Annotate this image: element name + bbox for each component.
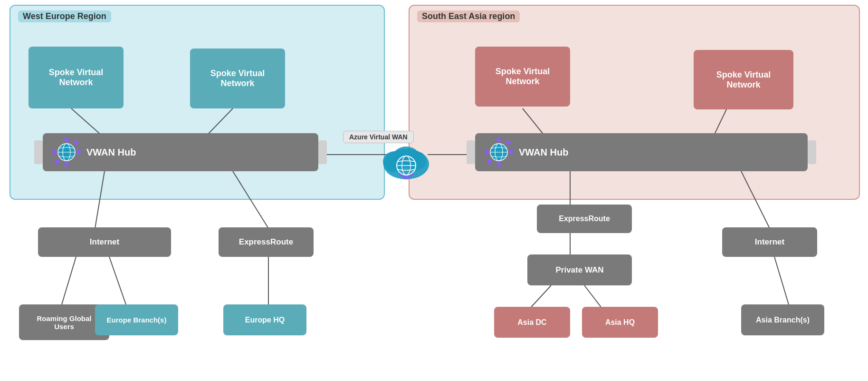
svg-point-36: [496, 162, 501, 166]
west-spoke2: Spoke VirtualNetwork: [190, 49, 285, 108]
azure-wan-label: Azure Virtual WAN: [343, 131, 414, 143]
sea-spoke2: Spoke VirtualNetwork: [694, 50, 793, 109]
svg-point-35: [509, 150, 513, 155]
asia-hq: Asia HQ: [582, 307, 658, 338]
sea-hub-handle-left: [467, 140, 475, 164]
diagram-container: West Europe Region South East Asia regio…: [0, 0, 868, 381]
sea-vwan-hub-icon: [485, 138, 513, 166]
asia-dc: Asia DC: [494, 307, 570, 338]
west-vwan-hub: VWAN Hub: [43, 133, 318, 171]
svg-line-5: [109, 257, 126, 304]
svg-point-38: [506, 140, 511, 145]
sea-label: South East Asia region: [417, 10, 520, 22]
svg-point-39: [487, 159, 492, 164]
west-expressroute: ExpressRoute: [219, 227, 314, 257]
svg-point-23: [55, 159, 59, 164]
west-spoke1: Spoke VirtualNetwork: [29, 47, 124, 108]
hub-handle-right: [318, 140, 327, 164]
svg-point-20: [64, 162, 69, 166]
sea-vwan-hub: VWAN Hub: [475, 133, 808, 171]
svg-point-22: [74, 140, 78, 145]
west-europe-branch: Europe Branch(s): [95, 304, 178, 335]
svg-point-37: [485, 150, 489, 155]
west-internet: Internet: [38, 227, 171, 257]
asia-branch: Asia Branch(s): [741, 304, 824, 335]
hub-handle-left: [34, 140, 43, 164]
azure-cloud-icon: [380, 136, 432, 188]
sea-hub-handle-right: [808, 140, 816, 164]
svg-line-17: [774, 257, 789, 304]
svg-point-19: [76, 150, 81, 155]
sea-private-wan: Private WAN: [527, 254, 632, 285]
sea-expressroute-top: ExpressRoute: [537, 205, 632, 233]
svg-point-18: [64, 138, 69, 142]
sea-spoke1: Spoke VirtualNetwork: [475, 47, 570, 107]
vwan-hub-icon: [52, 138, 81, 166]
svg-line-4: [62, 257, 76, 304]
sea-internet: Internet: [722, 227, 817, 257]
west-europe-hq: Europe HQ: [223, 304, 306, 335]
svg-point-34: [496, 138, 501, 142]
west-europe-label: West Europe Region: [18, 10, 111, 22]
svg-point-21: [52, 150, 57, 155]
